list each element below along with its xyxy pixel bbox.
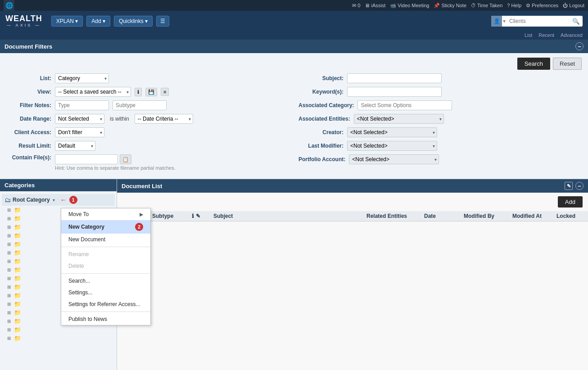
last-modifier-label: Last Modifier:	[299, 143, 344, 149]
last-modifier-select-wrap: <Not Selected> ▾	[347, 141, 437, 151]
ctx-settings-referrer[interactable]: Settings for Referrer Access...	[61, 298, 117, 310]
help-item[interactable]: ? Help	[507, 3, 521, 8]
search-bar: 👤 ▾ 🔍	[491, 16, 583, 27]
document-filters-panel-header: Document Filters −	[0, 40, 588, 53]
question-icon: ?	[507, 3, 510, 8]
last-modifier-select[interactable]: <Not Selected>	[347, 141, 437, 151]
client-access-select-wrap: Don't filter ▾	[55, 127, 104, 137]
subject-input[interactable]	[347, 73, 442, 83]
ctx-move-to[interactable]: Move To ▶	[61, 208, 117, 220]
list-label: List:	[6, 75, 51, 81]
iassist-item[interactable]: 🖥 iAssist	[365, 3, 385, 8]
expand-icon: ⊞	[7, 233, 13, 238]
avatar: 👤	[491, 16, 502, 27]
logout-item[interactable]: ⏻ Logout	[563, 3, 584, 8]
view-select[interactable]: -- Select a saved search --	[55, 87, 131, 97]
ctx-publish[interactable]: Publish to News	[61, 313, 117, 325]
chevron-down-icon: ▾	[502, 18, 507, 24]
root-category-item[interactable]: 🗂 Root Category ▾ ← 1	[2, 194, 115, 206]
monitor-icon: 🖥	[365, 3, 370, 8]
subject-row: Subject:	[299, 73, 582, 83]
creator-row: Creator: <Not Selected> ▾	[299, 127, 582, 137]
portfolio-account-select[interactable]: <Not Selected>	[349, 154, 439, 164]
feed-button[interactable]: ☰	[156, 16, 169, 27]
expand-icon: ⊞	[7, 319, 13, 324]
search-submit-button[interactable]: 🔍	[570, 18, 583, 25]
gear-icon: ⚙	[526, 3, 530, 9]
expand-icon: ⊞	[7, 336, 13, 341]
mail-item[interactable]: ✉ 0	[352, 3, 360, 9]
logo: WEALTH — AXIS —	[5, 14, 42, 28]
ctx-settings[interactable]: Settings...	[61, 287, 117, 298]
folder-icon: 📁	[14, 301, 21, 307]
col-related-header: Related Entities	[366, 213, 421, 219]
recent-link[interactable]: Recent	[538, 32, 554, 38]
filter-left-col: List: Category ▾ View: -- Select a saved…	[6, 73, 289, 174]
folder-icon: 📁	[14, 215, 21, 222]
root-dropdown-arrow: ▾	[53, 198, 55, 203]
edit-icon[interactable]: ✎	[565, 182, 573, 190]
view-list-button[interactable]: ≡	[161, 88, 169, 96]
date-range-select[interactable]: Not Selected	[55, 114, 104, 124]
client-access-select[interactable]: Don't filter	[55, 127, 104, 137]
ctx-new-document[interactable]: New Document	[61, 234, 117, 245]
cat-folder-16[interactable]: ⊞📁	[5, 334, 115, 343]
collapse-icon[interactable]: −	[575, 42, 583, 50]
folder-icon: 📁	[14, 224, 21, 230]
add-document-button[interactable]: Add	[558, 196, 583, 208]
cat-folder-15[interactable]: ⊞📁	[5, 325, 115, 334]
contain-files-field-wrap: 📋 Hint: Use comma to separate filename p…	[55, 154, 176, 171]
contain-files-input[interactable]	[55, 154, 118, 164]
folder-icon: 📁	[14, 232, 21, 239]
sticky-icon: 📌	[434, 3, 440, 9]
contain-files-browse-button[interactable]: 📋	[120, 154, 131, 164]
associated-entities-select[interactable]: <Not Selected>	[354, 114, 444, 124]
type-input[interactable]	[55, 100, 109, 110]
folder-icon: 📁	[14, 326, 21, 333]
preferences-item[interactable]: ⚙ Preferences	[526, 3, 558, 9]
add-button[interactable]: Add ▾	[86, 16, 110, 27]
list-link[interactable]: List	[525, 32, 532, 38]
context-menu: Move To ▶ New Category 2 New Document Re…	[61, 208, 117, 325]
filter-actions: Search Reset	[6, 58, 582, 70]
associated-cat-input[interactable]	[357, 100, 452, 110]
list-select[interactable]: Category	[55, 73, 109, 83]
date-criteria-select[interactable]: -- Date Criteria --	[135, 114, 193, 124]
ctx-new-category[interactable]: New Category 2	[61, 220, 117, 234]
keywords-input[interactable]	[347, 87, 442, 97]
creator-select[interactable]: <Not Selected>	[347, 127, 437, 137]
video-meeting-item[interactable]: 📹 Video Meeting	[390, 3, 429, 9]
keywords-row: Keyword(s):	[299, 87, 582, 97]
portfolio-account-select-wrap: <Not Selected> ▾	[349, 154, 439, 164]
quicklinks-button[interactable]: Quicklinks ▾	[114, 16, 153, 27]
main-content: Categories 🗂 Root Category ▾ ← 1 ⊞📁 ⊞📁 ⊞…	[0, 179, 588, 370]
last-modifier-row: Last Modifier: <Not Selected> ▾	[299, 141, 582, 151]
result-limit-select[interactable]: Default	[55, 141, 95, 151]
reset-button[interactable]: Reset	[553, 58, 582, 70]
video-icon: 📹	[390, 3, 396, 9]
nav-bar: WEALTH — AXIS — XPLAN ▾ Add ▾ Quicklinks…	[0, 11, 588, 32]
filter-notes-row: Filter Notes:	[6, 100, 289, 110]
search-input[interactable]	[507, 17, 570, 26]
view-select-wrap: -- Select a saved search -- ▾	[55, 87, 131, 97]
view-save-button[interactable]: 💾	[145, 88, 157, 96]
xplan-button[interactable]: XPLAN ▾	[51, 16, 83, 27]
doclist-header: Document List ✎ −	[117, 179, 588, 193]
doclist-collapse-icon[interactable]: −	[575, 182, 583, 190]
expand-icon: ⊞	[7, 284, 13, 289]
associated-entities-select-wrap: <Not Selected> ▾	[354, 114, 444, 124]
advanced-link[interactable]: Advanced	[561, 32, 583, 38]
time-taken-item[interactable]: ⏱ Time Taken	[471, 3, 502, 8]
folder-icon: 📁	[14, 241, 21, 248]
expand-icon: ⊞	[7, 293, 13, 298]
ctx-search[interactable]: Search...	[61, 275, 117, 287]
ctx-delete: Delete	[61, 260, 117, 272]
col-icons-header: ℹ ✎	[192, 213, 210, 219]
sticky-note-item[interactable]: 📌 Sticky Note	[434, 3, 466, 9]
view-row: View: -- Select a saved search -- ▾ ℹ 💾 …	[6, 87, 289, 97]
doclist-empty	[117, 221, 588, 239]
subtype-input[interactable]	[113, 100, 167, 110]
search-button[interactable]: Search	[517, 58, 550, 70]
view-info-button[interactable]: ℹ	[135, 88, 142, 96]
expand-icon: ⊞	[7, 208, 13, 212]
